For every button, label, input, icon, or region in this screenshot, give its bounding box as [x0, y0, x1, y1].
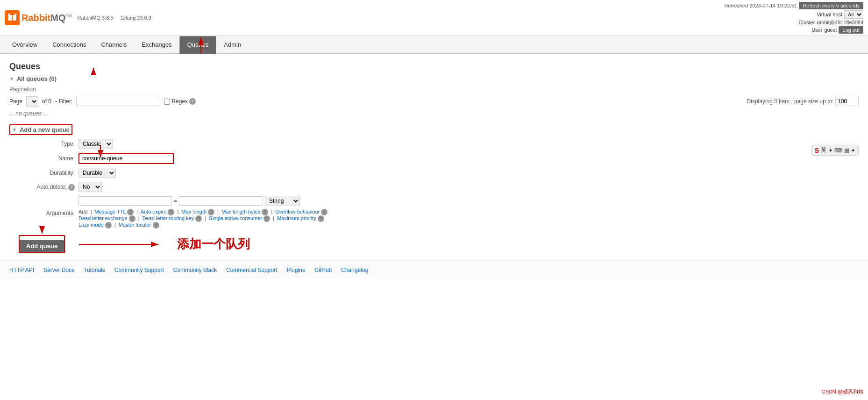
msg-ttl-link[interactable]: Message TTL [95, 209, 126, 214]
max-length-bytes-help[interactable]: ? [262, 209, 268, 215]
args-type-select[interactable]: String Number Boolean [265, 196, 300, 206]
nav-exchanges[interactable]: Exchanges [134, 36, 179, 54]
footer-commercial-support[interactable]: Commercial Support [226, 267, 277, 273]
auto-delete-select[interactable]: No Yes [78, 182, 102, 192]
max-length-link[interactable]: Max length [181, 209, 206, 214]
add-queue-button[interactable]: Add queue [20, 240, 64, 252]
max-length-help[interactable]: ? [208, 209, 214, 215]
nav-admin[interactable]: Admin [216, 36, 249, 54]
refresh-button[interactable]: Refresh every 5 seconds [799, 2, 863, 9]
max-priority-link[interactable]: Maximum priority [277, 215, 316, 221]
dead-letter-exchange-link[interactable]: Dead letter exchange [78, 215, 128, 221]
regex-text: Regex [171, 98, 188, 105]
footer-server-docs[interactable]: Server Docs [43, 267, 74, 273]
single-active-link[interactable]: Single active consumer [209, 215, 262, 221]
cluster-value: rabbit@4911ffe3084 [817, 20, 863, 25]
nav-queues[interactable]: Queues [179, 36, 217, 54]
master-locator-link[interactable]: Master locator [119, 222, 151, 228]
msg-ttl-help[interactable]: ? [127, 209, 134, 215]
pagination-row: Page of 0 - Filter: Regex ? Displaying 0… [9, 96, 859, 107]
add-args-links: Add | Message TTL ? | Auto expire ? | Ma… [78, 209, 327, 229]
logout-button[interactable]: Log out [839, 26, 863, 34]
lazy-mode-help[interactable]: ? [105, 222, 112, 229]
max-priority-help[interactable]: ? [318, 215, 324, 222]
lazy-mode-link[interactable]: Lazy mode [78, 222, 104, 228]
footer-github[interactable]: GitHub [314, 267, 332, 273]
add-queue-section-header[interactable]: ▼ Add a new queue [12, 126, 70, 133]
vhost-select[interactable]: All [844, 10, 863, 19]
overflow-help[interactable]: ? [321, 209, 327, 215]
ime-bar: S 英 ✦ ⌨ ▦ ✦ [811, 145, 859, 156]
ime-brand: S [815, 147, 819, 154]
durability-label: Durability: [19, 170, 75, 176]
footer-community-slack[interactable]: Community Slack [173, 267, 217, 273]
args-input-row: = String Number Boolean [78, 196, 327, 206]
all-queues-section-header[interactable]: ▼ All queues (0) [9, 75, 859, 82]
nav-overview[interactable]: Overview [5, 36, 45, 54]
nav-connections[interactable]: Connections [45, 36, 93, 54]
args-val-input[interactable] [179, 196, 263, 206]
logo-mq-text: MQ [50, 13, 65, 23]
add-queue-button-row: Add queue 添加一个队列 [19, 235, 859, 253]
svg-rect-4 [14, 14, 16, 15]
svg-rect-0 [6, 11, 19, 24]
dead-letter-exchange-help[interactable]: ? [129, 215, 135, 222]
page-size-input[interactable] [835, 97, 859, 106]
user-value: guest [824, 27, 837, 33]
logo-text: RabbitMQTM [21, 13, 71, 23]
annotation-arrow [74, 237, 168, 251]
main-content: Queues ▼ All queues (0) Pagination Page … [0, 54, 868, 261]
pagination-section-label: Pagination [9, 86, 36, 93]
type-row: Type: Classic Quorum [19, 139, 859, 149]
single-active-help[interactable]: ? [263, 215, 270, 222]
annotation-text: 添加一个队列 [177, 236, 250, 252]
nav-channels[interactable]: Channels [93, 36, 134, 54]
durability-select[interactable]: Durable Transient [78, 168, 116, 178]
durability-row: Durability: Durable Transient [19, 168, 859, 178]
dead-letter-routing-help[interactable]: ? [195, 215, 202, 222]
refreshed-text: Refreshed 2023-07-14 19:22:51 [724, 3, 797, 8]
auto-delete-help-icon[interactable]: ? [68, 184, 75, 191]
arguments-inputs: = String Number Boolean Add | Message TT… [78, 196, 327, 230]
rabbitmq-version: RabbitMQ 3.8.5 [77, 15, 113, 21]
args-key-input[interactable] [78, 196, 172, 206]
svg-rect-1 [8, 15, 12, 21]
page-title: Queues [9, 62, 859, 71]
filter-input[interactable] [76, 97, 160, 106]
filter-label: - Filter: [55, 98, 72, 105]
cluster-row: Cluster rabbit@4911ffe3084 [799, 20, 864, 25]
overflow-link[interactable]: Overflow behaviour [275, 209, 320, 214]
arguments-row: Arguments: = String Number Boolean Add |… [19, 196, 859, 230]
dead-letter-routing-link[interactable]: Dead letter routing key [142, 215, 194, 221]
add-queue-label: Add a new queue [20, 126, 70, 133]
auto-delete-label: Auto delete: ? [19, 184, 75, 191]
pipe1: | [91, 209, 92, 214]
auto-delete-row: Auto delete: ? No Yes [19, 182, 859, 192]
version-info: RabbitMQ 3.8.5 Erlang 23.0.3 [77, 15, 151, 21]
name-input[interactable] [79, 154, 173, 163]
svg-rect-2 [13, 15, 16, 21]
type-select[interactable]: Classic Quorum [78, 139, 113, 149]
max-length-bytes-link[interactable]: Max length bytes [221, 209, 260, 214]
auto-expire-help[interactable]: ? [168, 209, 174, 215]
regex-checkbox[interactable] [164, 99, 170, 105]
name-row: Name: [19, 153, 859, 164]
ime-mode: 英 [821, 146, 826, 154]
logo-icon [5, 10, 20, 25]
regex-help-icon[interactable]: ? [189, 98, 196, 105]
main-nav: Overview Connections Channels Exchanges … [0, 36, 868, 54]
master-locator-help[interactable]: ? [153, 222, 159, 229]
footer: HTTP API Server Docs Tutorials Community… [0, 261, 868, 279]
auto-expire-link[interactable]: Auto expire [141, 209, 167, 214]
footer-changelog[interactable]: Changelog [341, 267, 368, 273]
cluster-label: Cluster [799, 20, 815, 25]
vhost-label: Virtual host [817, 12, 842, 17]
footer-plugins[interactable]: Plugins [287, 267, 305, 273]
all-queues-label: All queues (0) [17, 75, 57, 82]
vhost-row: Virtual host All [817, 10, 863, 19]
footer-community-support[interactable]: Community Support [114, 267, 164, 273]
pagination-right: Displaying 0 item , page size up to: [747, 97, 859, 106]
page-select[interactable] [26, 96, 38, 107]
footer-tutorials[interactable]: Tutorials [84, 267, 105, 273]
footer-http-api[interactable]: HTTP API [9, 267, 34, 273]
